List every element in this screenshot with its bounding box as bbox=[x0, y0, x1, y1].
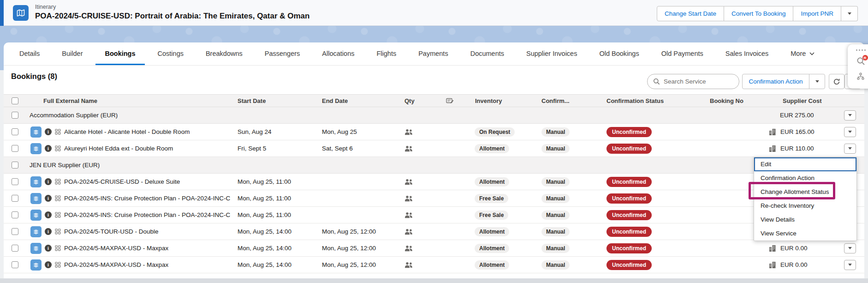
info-icon[interactable]: i bbox=[45, 245, 52, 252]
confirmation-action-button[interactable]: Confirmation Action bbox=[742, 74, 809, 89]
row-checkbox[interactable] bbox=[12, 228, 18, 235]
grid-icon[interactable] bbox=[55, 179, 61, 185]
row-actions-button[interactable] bbox=[844, 127, 856, 137]
inventory-badge: Allotment bbox=[475, 227, 509, 236]
record-meta: Itinerary POA-2024/5-CRUISE-USD: Portrai… bbox=[35, 4, 309, 21]
supplier-cost-value: EUR 110.00 bbox=[780, 145, 814, 152]
info-icon[interactable]: i bbox=[45, 145, 52, 152]
row-actions-button[interactable] bbox=[844, 144, 856, 154]
status-badge: Unconfirmed bbox=[606, 144, 652, 154]
convert-to-booking-button[interactable]: Convert To Booking bbox=[724, 6, 794, 21]
info-icon[interactable]: i bbox=[45, 228, 52, 235]
chevron-down-icon bbox=[848, 114, 852, 116]
tab-payments[interactable]: Payments bbox=[409, 42, 457, 65]
start-date: Mon, Aug 25, 11:00 bbox=[237, 195, 321, 202]
menu-item-view-details[interactable]: View Details bbox=[754, 213, 856, 227]
chevron-down-icon bbox=[809, 52, 814, 55]
row-checkbox[interactable] bbox=[12, 245, 18, 252]
hierarchy-icon[interactable] bbox=[856, 72, 865, 80]
booking-name[interactable]: POA-2024/5-MAXPAX-USD - Maxpax bbox=[64, 261, 168, 268]
itinerary-card: Details Builder Bookings Costings Breakd… bbox=[4, 42, 864, 278]
info-icon[interactable]: i bbox=[45, 261, 52, 268]
start-date: Mon, Aug 25, 11:00 bbox=[237, 178, 321, 185]
tab-old-payments[interactable]: Old Payments bbox=[652, 42, 713, 65]
select-all-checkbox[interactable] bbox=[12, 97, 18, 104]
column-end-date: End Date bbox=[321, 97, 404, 104]
service-type-icon bbox=[30, 143, 42, 154]
grid-icon[interactable] bbox=[55, 129, 61, 135]
row-checkbox[interactable] bbox=[12, 195, 18, 202]
tab-supplier-invoices[interactable]: Supplier Invoices bbox=[517, 42, 586, 65]
service-type-icon bbox=[30, 176, 42, 187]
search-service-box bbox=[647, 74, 739, 89]
menu-item-recheck-inventory[interactable]: Re-check Inventory bbox=[754, 199, 856, 213]
info-icon[interactable]: i bbox=[45, 128, 52, 135]
booking-name[interactable]: Alicante Hotel - Alicante Hotel - Double… bbox=[64, 128, 190, 135]
info-icon[interactable]: i bbox=[45, 195, 52, 202]
info-icon[interactable]: i bbox=[45, 178, 52, 185]
info-icon[interactable]: i bbox=[45, 211, 52, 218]
record-search-icon[interactable]: R bbox=[856, 57, 865, 67]
row-checkbox[interactable] bbox=[12, 178, 18, 185]
grid-icon[interactable] bbox=[55, 245, 61, 251]
people-icon bbox=[404, 179, 413, 185]
row-actions-button[interactable] bbox=[844, 260, 856, 270]
row-checkbox[interactable] bbox=[12, 211, 18, 218]
row-checkbox[interactable] bbox=[12, 145, 18, 152]
people-icon bbox=[404, 145, 413, 152]
menu-item-view-service[interactable]: View Service bbox=[754, 227, 856, 241]
people-icon bbox=[404, 262, 413, 268]
tab-costings[interactable]: Costings bbox=[149, 42, 193, 65]
tab-breakdowns[interactable]: Breakdowns bbox=[196, 42, 252, 65]
supplier-group-label: JEN EUR Supplier (EUR) bbox=[30, 162, 100, 169]
row-checkbox[interactable] bbox=[12, 261, 18, 268]
tab-builder[interactable]: Builder bbox=[53, 42, 92, 65]
start-date: Mon, Aug 25, 11:00 bbox=[237, 211, 321, 218]
menu-item-edit[interactable]: Edit bbox=[754, 157, 856, 171]
row-checkbox[interactable] bbox=[12, 162, 18, 169]
column-confirm: Confirm... bbox=[535, 97, 597, 104]
booking-name[interactable]: POA-2024/5-INS: Cruise Protection Plan -… bbox=[64, 211, 230, 218]
tab-documents[interactable]: Documents bbox=[461, 42, 513, 65]
table-row: i Akureyri Hotel Edda ext - Double Room … bbox=[4, 140, 864, 157]
booking-name[interactable]: POA-2024/5-TOUR-USD - Double bbox=[64, 228, 159, 235]
booking-name[interactable]: POA-2024/5-MAXPAX-USD - Maxpax bbox=[64, 245, 168, 252]
booking-name[interactable]: Akureyri Hotel Edda ext - Double Room bbox=[64, 145, 173, 152]
bookings-count-heading: Bookings (8) bbox=[11, 72, 57, 81]
tab-allocations[interactable]: Allocations bbox=[313, 42, 363, 65]
row-actions-button[interactable] bbox=[844, 110, 856, 120]
row-actions-button[interactable] bbox=[844, 243, 856, 253]
grid-icon[interactable] bbox=[55, 195, 61, 201]
grid-icon[interactable] bbox=[55, 229, 61, 235]
grid-icon[interactable] bbox=[55, 145, 61, 151]
import-pnr-button[interactable]: Import PNR bbox=[793, 6, 841, 21]
drag-handle-icon[interactable] bbox=[855, 48, 867, 52]
tab-sales-invoices[interactable]: Sales Invoices bbox=[716, 42, 778, 65]
search-service-input[interactable] bbox=[664, 78, 733, 85]
booking-name[interactable]: POA-2024/5-CRUISE-USD - Deluxe Suite bbox=[64, 178, 180, 185]
supplier-cost-value: EUR 165.00 bbox=[780, 128, 814, 135]
menu-item-confirmation-action[interactable]: Confirmation Action bbox=[754, 171, 856, 185]
change-start-date-button[interactable]: Change Start Date bbox=[657, 6, 724, 21]
tab-flights[interactable]: Flights bbox=[367, 42, 405, 65]
tab-bookings[interactable]: Bookings bbox=[95, 42, 144, 65]
row-checkbox[interactable] bbox=[12, 112, 18, 119]
grid-icon[interactable] bbox=[55, 212, 61, 218]
tab-details[interactable]: Details bbox=[10, 42, 49, 65]
service-type-icon bbox=[30, 210, 42, 221]
tab-more[interactable]: More bbox=[781, 42, 824, 65]
chevron-down-icon bbox=[848, 131, 852, 133]
refresh-button[interactable] bbox=[829, 74, 844, 89]
booking-name[interactable]: POA-2024/5-INS: Cruise Protection Plan -… bbox=[64, 195, 230, 202]
column-qty: Qty bbox=[404, 97, 431, 104]
header-more-actions-button[interactable] bbox=[841, 6, 858, 21]
tab-old-bookings[interactable]: Old Bookings bbox=[590, 42, 648, 65]
grid-icon[interactable] bbox=[55, 262, 61, 268]
menu-item-change-allotment-status[interactable]: Change Allotment Status bbox=[754, 185, 856, 199]
inventory-badge: Allotment bbox=[475, 244, 509, 253]
tab-passengers[interactable]: Passengers bbox=[256, 42, 309, 65]
chevron-down-icon bbox=[848, 247, 852, 249]
tab-bar: Details Builder Bookings Costings Breakd… bbox=[4, 42, 864, 66]
row-checkbox[interactable] bbox=[12, 128, 18, 135]
confirmation-action-dropdown-button[interactable] bbox=[809, 74, 825, 89]
